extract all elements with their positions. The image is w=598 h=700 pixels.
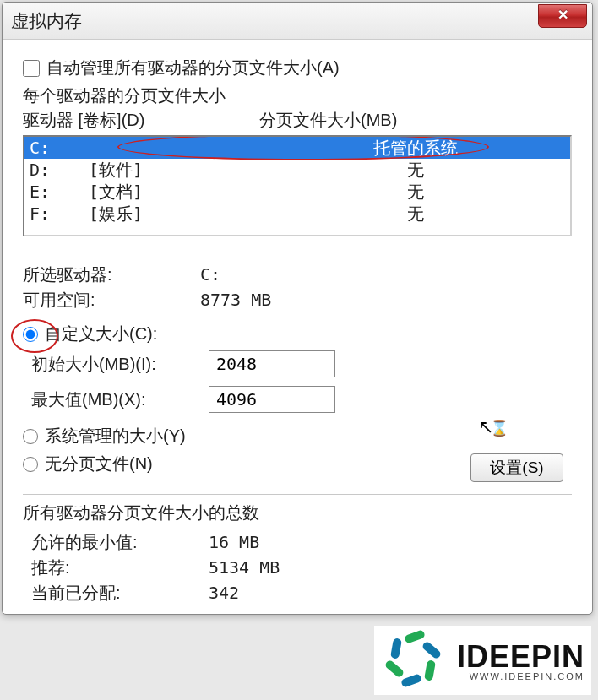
divider [23,494,572,495]
drive-row-c[interactable]: C: 托管的系统 [24,137,570,159]
current-alloc-value: 342 [209,580,572,605]
set-button[interactable]: 设置(S) [470,453,563,482]
selected-drive-value: C: [200,262,572,287]
min-allowed-label: 允许的最小值: [31,529,209,555]
initial-size-input[interactable] [209,350,335,377]
no-paging-radio[interactable] [23,457,38,472]
no-paging-label: 无分页文件(N) [45,453,153,475]
free-space-value: 8773 MB [200,287,572,312]
close-button[interactable]: ✕ [538,4,587,28]
recommended-value: 5134 MB [209,555,572,580]
max-size-label: 最大值(MB)(X): [31,388,209,411]
recommended-label: 推荐: [31,555,209,580]
auto-manage-checkbox[interactable] [23,60,40,77]
titlebar: 虚拟内存 ✕ [3,3,592,40]
drive-row-f[interactable]: F: [娱乐] 无 [24,203,570,225]
virtual-memory-dialog: 虚拟内存 ✕ 自动管理所有驱动器的分页文件大小(A) 每个驱动器的分页文件大小 … [2,2,593,615]
watermark-text: IDEEPIN [457,639,584,675]
drive-row-d[interactable]: D: [软件] 无 [24,159,570,181]
system-managed-label: 系统管理的大小(Y) [45,425,186,448]
column-header-drive: 驱动器 [卷标](D) [23,109,259,132]
totals-heading: 所有驱动器分页文件大小的总数 [23,502,572,524]
swirl-icon [381,631,448,690]
selected-drive-label: 所选驱动器: [23,262,200,287]
column-header-size: 分页文件大小(MB) [259,109,572,132]
initial-size-label: 初始大小(MB)(I): [31,353,209,376]
drive-row-e[interactable]: E: [文档] 无 [24,181,570,203]
drive-section-heading: 每个驱动器的分页文件大小 [23,84,572,107]
system-managed-radio[interactable] [23,429,38,444]
window-title: 虚拟内存 [11,9,82,33]
watermark-url: WWW.IDEEPIN.COM [457,671,584,681]
custom-size-radio[interactable] [23,327,38,342]
min-allowed-value: 16 MB [209,529,572,555]
drive-listbox[interactable]: C: 托管的系统 D: [软件] 无 E: [文档] 无 F: [娱乐] 无 [23,135,572,236]
auto-manage-label: 自动管理所有驱动器的分页文件大小(A) [46,57,340,79]
watermark-logo: IDEEPIN WWW.IDEEPIN.COM [374,626,591,695]
current-alloc-label: 当前已分配: [31,580,209,605]
max-size-input[interactable] [209,386,335,413]
free-space-label: 可用空间: [23,287,200,312]
custom-size-label: 自定义大小(C): [45,323,157,345]
